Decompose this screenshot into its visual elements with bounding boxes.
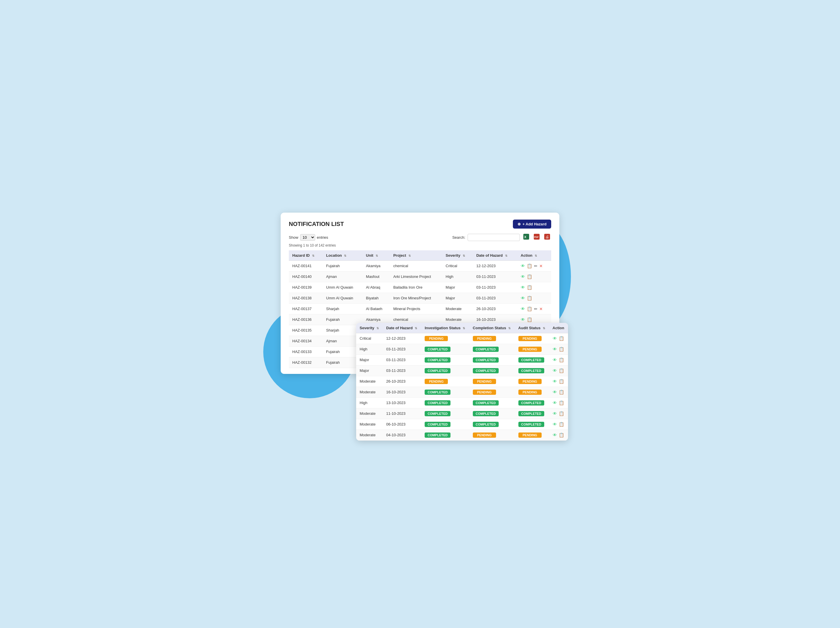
- view-icon[interactable]: 👁: [521, 285, 525, 290]
- completion-badge: COMPLETED: [473, 411, 499, 416]
- investigation-cell: COMPLETED: [421, 354, 469, 365]
- audit-cell: COMPLETED: [515, 419, 549, 430]
- view-icon[interactable]: 👁: [521, 296, 525, 301]
- table-row: High 03-11-2023 COMPLETED COMPLETED PEND…: [356, 344, 568, 354]
- view-icon[interactable]: 👁: [521, 306, 525, 311]
- investigation-badge: PENDING: [425, 336, 448, 341]
- view-icon[interactable]: 👁: [521, 317, 525, 322]
- add-hazard-button[interactable]: ⊕ + Add Hazard: [513, 220, 551, 228]
- entries-select[interactable]: 10 25 50 100: [300, 234, 315, 241]
- edit-icon[interactable]: ✏: [534, 264, 538, 268]
- delete-icon[interactable]: ✕: [539, 307, 543, 311]
- controls-row: Show 10 25 50 100 entries Search: X: [289, 233, 551, 242]
- severity-cell: Major: [442, 282, 473, 293]
- doc-icon[interactable]: 📋: [527, 285, 532, 290]
- sort-icon[interactable]: ⇅: [508, 327, 510, 330]
- delete-icon[interactable]: ✕: [539, 264, 543, 268]
- view-icon[interactable]: 👁: [521, 274, 525, 279]
- table-row: HAZ-00140 Ajman Masfout Arki Limestone P…: [289, 271, 551, 282]
- sec-col-action: Action: [549, 323, 568, 333]
- view-icon[interactable]: 👁: [553, 379, 557, 384]
- view-icon[interactable]: 👁: [553, 390, 557, 395]
- completion-cell: COMPLETED: [469, 365, 515, 376]
- sort-icon[interactable]: ⇅: [543, 327, 545, 330]
- view-icon[interactable]: 👁: [553, 433, 557, 438]
- search-row: Search: X PDF 🖨: [452, 233, 551, 242]
- audit-badge: PENDING: [518, 390, 542, 395]
- sec-col-completion: Completion Status ⇅: [469, 323, 515, 333]
- sort-icon[interactable]: ⇅: [415, 327, 417, 330]
- location-cell: Fujairah: [323, 260, 363, 271]
- date-cell: 03-11-2023: [473, 282, 517, 293]
- view-icon[interactable]: 👁: [553, 411, 557, 416]
- hazard-id-cell: HAZ-00133: [289, 346, 323, 357]
- doc-icon[interactable]: 📋: [527, 317, 532, 322]
- edit-icon[interactable]: ✏: [534, 307, 538, 311]
- action-cell: 👁📋: [549, 430, 568, 440]
- view-icon[interactable]: 👁: [553, 422, 557, 427]
- sort-icon[interactable]: ⇅: [312, 254, 314, 257]
- sort-icon[interactable]: ⇅: [535, 254, 537, 257]
- export-excel-button[interactable]: X: [522, 233, 530, 242]
- date-cell: 04-10-2023: [383, 430, 422, 440]
- export-pdf-button[interactable]: PDF: [533, 233, 541, 242]
- sort-icon[interactable]: ⇅: [344, 254, 346, 257]
- audit-badge: COMPLETED: [518, 368, 544, 373]
- sort-icon[interactable]: ⇅: [376, 327, 379, 330]
- view-icon[interactable]: 👁: [521, 263, 525, 268]
- audit-cell: PENDING: [515, 333, 549, 344]
- project-cell: Bailadila Iron Ore: [390, 282, 442, 293]
- project-cell: chemical: [390, 260, 442, 271]
- investigation-badge: COMPLETED: [425, 422, 450, 427]
- completion-cell: COMPLETED: [469, 408, 515, 419]
- doc-icon[interactable]: 📋: [559, 433, 564, 438]
- print-button[interactable]: 🖨: [543, 233, 551, 242]
- doc-icon[interactable]: 📋: [527, 296, 532, 301]
- view-icon[interactable]: 👁: [553, 336, 557, 341]
- completion-cell: COMPLETED: [469, 397, 515, 408]
- table-row: Moderate 06-10-2023 COMPLETED COMPLETED …: [356, 419, 568, 430]
- sort-icon[interactable]: ⇅: [376, 254, 378, 257]
- doc-icon[interactable]: 📋: [527, 274, 532, 279]
- location-cell: Fujairah: [323, 314, 363, 325]
- sort-icon[interactable]: ⇅: [463, 327, 465, 330]
- audit-cell: PENDING: [515, 430, 549, 440]
- doc-icon[interactable]: 📋: [559, 346, 564, 352]
- severity-cell: High: [356, 397, 383, 408]
- completion-badge: COMPLETED: [473, 346, 499, 352]
- severity-cell: Moderate: [356, 419, 383, 430]
- search-label: Search:: [452, 235, 465, 239]
- doc-icon[interactable]: 📋: [559, 400, 564, 406]
- action-cell: 👁📋: [549, 333, 568, 344]
- view-icon[interactable]: 👁: [553, 346, 557, 351]
- action-cell: 👁📋: [549, 419, 568, 430]
- view-icon[interactable]: 👁: [553, 368, 557, 373]
- audit-badge: PENDING: [518, 379, 542, 384]
- doc-icon[interactable]: 📋: [559, 379, 564, 384]
- sort-icon[interactable]: ⇅: [505, 254, 507, 257]
- investigation-cell: COMPLETED: [421, 365, 469, 376]
- action-cell: 👁📋: [549, 376, 568, 387]
- doc-icon[interactable]: 📋: [559, 368, 564, 373]
- svg-text:X: X: [524, 235, 527, 239]
- table-row: HAZ-00141 Fujairah Akamiya chemical Crit…: [289, 260, 551, 271]
- doc-icon[interactable]: 📋: [527, 306, 532, 312]
- view-icon[interactable]: 👁: [553, 357, 557, 362]
- doc-icon[interactable]: 📋: [559, 422, 564, 427]
- doc-icon[interactable]: 📋: [559, 411, 564, 416]
- investigation-cell: PENDING: [421, 333, 469, 344]
- col-action: Action ⇅: [517, 250, 551, 261]
- view-icon[interactable]: 👁: [553, 400, 557, 405]
- doc-icon[interactable]: 📋: [559, 336, 564, 341]
- sort-icon[interactable]: ⇅: [463, 254, 465, 257]
- sort-icon[interactable]: ⇅: [408, 254, 411, 257]
- search-input[interactable]: [467, 234, 520, 241]
- investigation-badge: COMPLETED: [425, 357, 450, 363]
- doc-icon[interactable]: 📋: [527, 263, 532, 269]
- date-cell: 03-11-2023: [383, 344, 422, 354]
- doc-icon[interactable]: 📋: [559, 357, 564, 363]
- investigation-cell: COMPLETED: [421, 397, 469, 408]
- doc-icon[interactable]: 📋: [559, 390, 564, 395]
- action-cell: 👁📋: [549, 397, 568, 408]
- location-cell: Ajman: [323, 271, 363, 282]
